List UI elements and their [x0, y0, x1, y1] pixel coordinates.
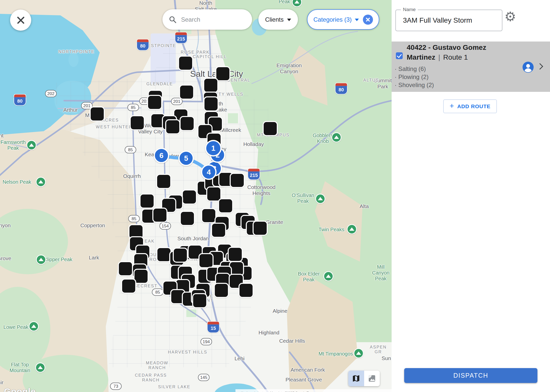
storm-name-field[interactable]: Name [395, 10, 502, 31]
job-marker[interactable] [218, 198, 233, 213]
peak-icon [323, 271, 333, 281]
chevron-right-icon[interactable] [537, 63, 543, 69]
route-card[interactable]: 40422 - Gustavo Gomez Martinez|Route 1 ·… [392, 42, 550, 92]
service-plowing: · Plowing (2) [395, 73, 429, 81]
close-button[interactable] [10, 10, 31, 31]
route-stop-1[interactable]: 1 [205, 140, 222, 156]
shield-number: 215 [248, 172, 260, 180]
search-icon [169, 16, 177, 23]
job-marker[interactable] [118, 261, 133, 276]
job-marker[interactable] [140, 193, 155, 209]
shield-number: 15 [207, 325, 220, 333]
name-input[interactable] [396, 10, 502, 31]
peak-icon [36, 255, 46, 265]
road-line [64, 101, 214, 102]
chevron-down-icon [355, 19, 359, 21]
state-route-shield: 145 [198, 374, 210, 381]
job-marker[interactable] [179, 85, 194, 100]
job-marker[interactable] [230, 173, 245, 188]
shield-crown [175, 32, 187, 35]
shield-crown [207, 321, 220, 325]
add-route-label: ADD ROUTE [457, 103, 491, 109]
job-marker[interactable] [130, 115, 145, 130]
chevron-down-icon [287, 19, 291, 21]
job-marker[interactable] [147, 95, 162, 110]
route-card-title: 40422 - Gustavo Gomez Martinez|Route 1 [407, 43, 486, 62]
state-route-shield: 85 [128, 215, 140, 222]
state-route-shield: 73 [110, 383, 122, 390]
job-marker[interactable] [180, 116, 195, 131]
gear-icon[interactable]: ⚙ [504, 10, 516, 23]
route-stop-6[interactable]: 6 [154, 148, 169, 163]
job-marker[interactable] [182, 189, 197, 205]
job-marker[interactable] [203, 78, 218, 93]
interstate-shield: 80 [14, 94, 26, 106]
job-marker[interactable] [180, 211, 195, 226]
road-line [212, 100, 392, 171]
plus-icon: + [450, 102, 454, 110]
peak-icon [26, 140, 37, 150]
job-marker[interactable] [214, 283, 229, 298]
search-bar[interactable] [162, 9, 252, 30]
clients-filter-button[interactable]: Clients [258, 9, 298, 30]
driver-avatar-icon[interactable] [523, 62, 534, 73]
map-attribution: Keyboard shortcuts Map data ©2025 Google… [235, 389, 392, 392]
road-line [0, 141, 30, 148]
job-marker[interactable] [238, 283, 254, 298]
map-canvas[interactable]: North Salt LakeSalt Lake CitySouth Salt … [0, 0, 392, 392]
peak-icon [347, 224, 357, 234]
dispatch-app: North Salt LakeSalt Lake CitySouth Salt … [0, 0, 550, 392]
job-marker[interactable] [152, 208, 167, 223]
route-stop-4[interactable]: 4 [201, 164, 217, 180]
job-marker[interactable] [156, 174, 171, 189]
shield-number: 80 [14, 97, 26, 106]
map-type-toggle [348, 371, 380, 386]
shield-number: 80 [136, 42, 149, 51]
state-route-shield: 85 [127, 104, 139, 111]
job-marker[interactable] [253, 221, 268, 236]
job-marker[interactable] [203, 96, 219, 111]
route-stop-5[interactable]: 5 [178, 150, 194, 166]
shield-crown [335, 83, 348, 86]
job-marker[interactable] [263, 121, 278, 136]
job-marker[interactable] [173, 248, 188, 263]
title-separator: | [435, 53, 443, 61]
state-route-shield: 85 [152, 289, 163, 296]
job-marker[interactable] [178, 56, 193, 71]
route-driver-line1: 40422 - Gustavo Gomez [407, 44, 486, 51]
clients-label: Clients [265, 16, 284, 23]
clear-categories-button[interactable] [363, 15, 373, 25]
job-marker[interactable] [211, 223, 226, 238]
job-marker[interactable] [90, 106, 105, 122]
search-input[interactable] [181, 16, 242, 23]
job-marker[interactable] [198, 253, 214, 268]
job-marker[interactable] [192, 293, 207, 308]
dispatch-sidebar: Name ⚙ 40422 - Gustavo Gomez Martinez|Ro… [392, 0, 550, 392]
categories-label: Categories (3) [313, 16, 352, 23]
map-view-button[interactable] [348, 371, 364, 386]
add-route-button[interactable]: + ADD ROUTE [443, 99, 497, 113]
satellite-view-button[interactable] [364, 371, 380, 386]
job-marker[interactable] [121, 279, 136, 294]
interstate-shield: 15 [207, 321, 220, 333]
interstate-shield: 215 [248, 168, 260, 180]
state-route-shield: 154 [159, 222, 171, 230]
shield-crown [136, 39, 149, 42]
dispatch-button[interactable]: DISPATCH [404, 368, 537, 383]
state-route-shield: 202 [45, 90, 57, 97]
state-route-shield: 85 [125, 146, 136, 153]
peak-icon [354, 348, 364, 358]
shield-number: 80 [335, 86, 348, 95]
peak-icon [315, 194, 325, 204]
job-marker[interactable] [201, 208, 216, 223]
route-driver-line2: Martinez [407, 53, 435, 61]
job-marker[interactable] [165, 119, 180, 134]
route-checkbox[interactable] [396, 52, 403, 59]
categories-filter-chip[interactable]: Categories (3) [307, 9, 379, 30]
peak-icon [35, 363, 45, 373]
service-shoveling: · Shoveling (2) [395, 82, 434, 89]
interstate-shield: 215 [175, 32, 187, 44]
shield-number: 215 [175, 35, 187, 44]
job-marker[interactable] [228, 247, 243, 262]
google-logo: Google [4, 386, 36, 392]
